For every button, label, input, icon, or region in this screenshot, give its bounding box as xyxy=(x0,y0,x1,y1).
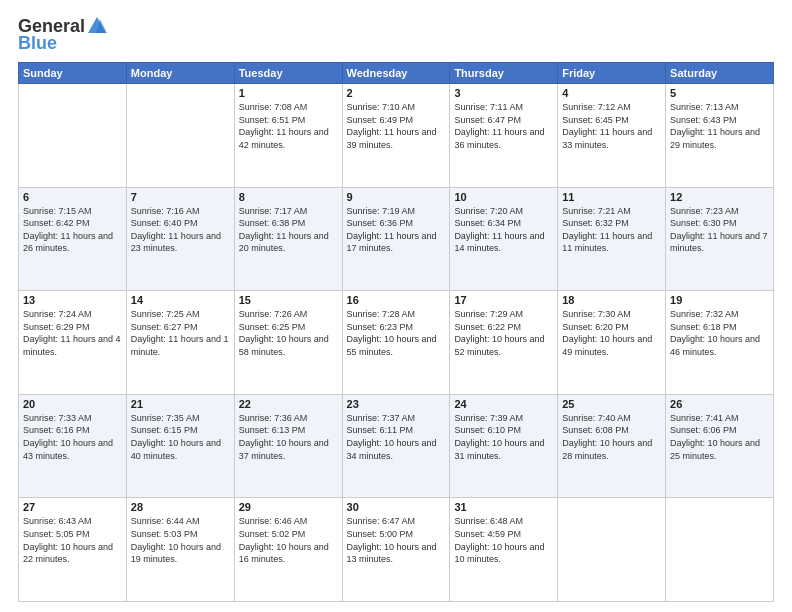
day-info: Sunrise: 7:26 AMSunset: 6:25 PMDaylight:… xyxy=(239,308,338,358)
day-info: Sunrise: 6:43 AMSunset: 5:05 PMDaylight:… xyxy=(23,515,122,565)
calendar-cell: 20Sunrise: 7:33 AMSunset: 6:16 PMDayligh… xyxy=(19,394,127,498)
day-info: Sunrise: 7:25 AMSunset: 6:27 PMDaylight:… xyxy=(131,308,230,358)
logo-icon xyxy=(87,16,107,36)
day-number: 18 xyxy=(562,294,661,306)
calendar-cell: 12Sunrise: 7:23 AMSunset: 6:30 PMDayligh… xyxy=(666,187,774,291)
day-info: Sunrise: 7:16 AMSunset: 6:40 PMDaylight:… xyxy=(131,205,230,255)
day-info: Sunrise: 7:35 AMSunset: 6:15 PMDaylight:… xyxy=(131,412,230,462)
day-info: Sunrise: 7:33 AMSunset: 6:16 PMDaylight:… xyxy=(23,412,122,462)
calendar-cell: 2Sunrise: 7:10 AMSunset: 6:49 PMDaylight… xyxy=(342,84,450,188)
day-info: Sunrise: 7:20 AMSunset: 6:34 PMDaylight:… xyxy=(454,205,553,255)
calendar-cell: 21Sunrise: 7:35 AMSunset: 6:15 PMDayligh… xyxy=(126,394,234,498)
calendar-cell: 31Sunrise: 6:48 AMSunset: 4:59 PMDayligh… xyxy=(450,498,558,602)
day-info: Sunrise: 7:28 AMSunset: 6:23 PMDaylight:… xyxy=(347,308,446,358)
day-info: Sunrise: 7:29 AMSunset: 6:22 PMDaylight:… xyxy=(454,308,553,358)
day-info: Sunrise: 6:48 AMSunset: 4:59 PMDaylight:… xyxy=(454,515,553,565)
day-info: Sunrise: 7:21 AMSunset: 6:32 PMDaylight:… xyxy=(562,205,661,255)
day-number: 28 xyxy=(131,501,230,513)
day-number: 3 xyxy=(454,87,553,99)
day-number: 15 xyxy=(239,294,338,306)
calendar-week-row-2: 6Sunrise: 7:15 AMSunset: 6:42 PMDaylight… xyxy=(19,187,774,291)
day-header-thursday: Thursday xyxy=(450,63,558,84)
day-number: 2 xyxy=(347,87,446,99)
day-info: Sunrise: 6:46 AMSunset: 5:02 PMDaylight:… xyxy=(239,515,338,565)
day-number: 13 xyxy=(23,294,122,306)
calendar-cell: 27Sunrise: 6:43 AMSunset: 5:05 PMDayligh… xyxy=(19,498,127,602)
logo: General Blue xyxy=(18,16,107,54)
day-info: Sunrise: 6:47 AMSunset: 5:00 PMDaylight:… xyxy=(347,515,446,565)
day-number: 7 xyxy=(131,191,230,203)
day-header-friday: Friday xyxy=(558,63,666,84)
calendar-cell: 14Sunrise: 7:25 AMSunset: 6:27 PMDayligh… xyxy=(126,291,234,395)
calendar-cell: 17Sunrise: 7:29 AMSunset: 6:22 PMDayligh… xyxy=(450,291,558,395)
logo-blue: Blue xyxy=(18,33,57,54)
day-number: 4 xyxy=(562,87,661,99)
calendar-cell: 10Sunrise: 7:20 AMSunset: 6:34 PMDayligh… xyxy=(450,187,558,291)
day-number: 16 xyxy=(347,294,446,306)
day-number: 31 xyxy=(454,501,553,513)
calendar-cell xyxy=(19,84,127,188)
day-number: 5 xyxy=(670,87,769,99)
day-info: Sunrise: 7:40 AMSunset: 6:08 PMDaylight:… xyxy=(562,412,661,462)
day-info: Sunrise: 7:23 AMSunset: 6:30 PMDaylight:… xyxy=(670,205,769,255)
day-number: 8 xyxy=(239,191,338,203)
calendar-cell: 24Sunrise: 7:39 AMSunset: 6:10 PMDayligh… xyxy=(450,394,558,498)
day-header-wednesday: Wednesday xyxy=(342,63,450,84)
calendar-cell: 9Sunrise: 7:19 AMSunset: 6:36 PMDaylight… xyxy=(342,187,450,291)
day-header-tuesday: Tuesday xyxy=(234,63,342,84)
day-number: 22 xyxy=(239,398,338,410)
calendar-cell: 18Sunrise: 7:30 AMSunset: 6:20 PMDayligh… xyxy=(558,291,666,395)
calendar-cell: 7Sunrise: 7:16 AMSunset: 6:40 PMDaylight… xyxy=(126,187,234,291)
calendar-header-row: SundayMondayTuesdayWednesdayThursdayFrid… xyxy=(19,63,774,84)
day-number: 9 xyxy=(347,191,446,203)
day-number: 23 xyxy=(347,398,446,410)
day-info: Sunrise: 7:36 AMSunset: 6:13 PMDaylight:… xyxy=(239,412,338,462)
calendar-cell xyxy=(126,84,234,188)
day-number: 25 xyxy=(562,398,661,410)
calendar-cell: 5Sunrise: 7:13 AMSunset: 6:43 PMDaylight… xyxy=(666,84,774,188)
calendar-week-row-5: 27Sunrise: 6:43 AMSunset: 5:05 PMDayligh… xyxy=(19,498,774,602)
day-number: 11 xyxy=(562,191,661,203)
header: General Blue xyxy=(18,16,774,54)
calendar-cell: 13Sunrise: 7:24 AMSunset: 6:29 PMDayligh… xyxy=(19,291,127,395)
calendar-week-row-3: 13Sunrise: 7:24 AMSunset: 6:29 PMDayligh… xyxy=(19,291,774,395)
day-number: 29 xyxy=(239,501,338,513)
calendar-cell: 28Sunrise: 6:44 AMSunset: 5:03 PMDayligh… xyxy=(126,498,234,602)
day-info: Sunrise: 7:37 AMSunset: 6:11 PMDaylight:… xyxy=(347,412,446,462)
calendar-cell: 11Sunrise: 7:21 AMSunset: 6:32 PMDayligh… xyxy=(558,187,666,291)
day-number: 10 xyxy=(454,191,553,203)
logo-area: General Blue xyxy=(18,16,107,54)
day-info: Sunrise: 7:15 AMSunset: 6:42 PMDaylight:… xyxy=(23,205,122,255)
day-info: Sunrise: 7:41 AMSunset: 6:06 PMDaylight:… xyxy=(670,412,769,462)
calendar-cell: 1Sunrise: 7:08 AMSunset: 6:51 PMDaylight… xyxy=(234,84,342,188)
day-number: 6 xyxy=(23,191,122,203)
day-number: 1 xyxy=(239,87,338,99)
calendar-cell: 6Sunrise: 7:15 AMSunset: 6:42 PMDaylight… xyxy=(19,187,127,291)
day-info: Sunrise: 7:30 AMSunset: 6:20 PMDaylight:… xyxy=(562,308,661,358)
day-info: Sunrise: 7:12 AMSunset: 6:45 PMDaylight:… xyxy=(562,101,661,151)
day-number: 14 xyxy=(131,294,230,306)
day-number: 30 xyxy=(347,501,446,513)
calendar-cell: 3Sunrise: 7:11 AMSunset: 6:47 PMDaylight… xyxy=(450,84,558,188)
day-header-monday: Monday xyxy=(126,63,234,84)
day-number: 20 xyxy=(23,398,122,410)
day-number: 26 xyxy=(670,398,769,410)
calendar-cell xyxy=(558,498,666,602)
calendar-cell: 30Sunrise: 6:47 AMSunset: 5:00 PMDayligh… xyxy=(342,498,450,602)
day-number: 21 xyxy=(131,398,230,410)
calendar-week-row-4: 20Sunrise: 7:33 AMSunset: 6:16 PMDayligh… xyxy=(19,394,774,498)
day-info: Sunrise: 7:13 AMSunset: 6:43 PMDaylight:… xyxy=(670,101,769,151)
day-number: 19 xyxy=(670,294,769,306)
calendar-week-row-1: 1Sunrise: 7:08 AMSunset: 6:51 PMDaylight… xyxy=(19,84,774,188)
calendar-cell: 19Sunrise: 7:32 AMSunset: 6:18 PMDayligh… xyxy=(666,291,774,395)
day-info: Sunrise: 7:11 AMSunset: 6:47 PMDaylight:… xyxy=(454,101,553,151)
calendar-cell xyxy=(666,498,774,602)
calendar-cell: 26Sunrise: 7:41 AMSunset: 6:06 PMDayligh… xyxy=(666,394,774,498)
day-info: Sunrise: 6:44 AMSunset: 5:03 PMDaylight:… xyxy=(131,515,230,565)
day-info: Sunrise: 7:32 AMSunset: 6:18 PMDaylight:… xyxy=(670,308,769,358)
day-number: 24 xyxy=(454,398,553,410)
day-info: Sunrise: 7:39 AMSunset: 6:10 PMDaylight:… xyxy=(454,412,553,462)
calendar-cell: 4Sunrise: 7:12 AMSunset: 6:45 PMDaylight… xyxy=(558,84,666,188)
calendar-cell: 22Sunrise: 7:36 AMSunset: 6:13 PMDayligh… xyxy=(234,394,342,498)
calendar-cell: 23Sunrise: 7:37 AMSunset: 6:11 PMDayligh… xyxy=(342,394,450,498)
